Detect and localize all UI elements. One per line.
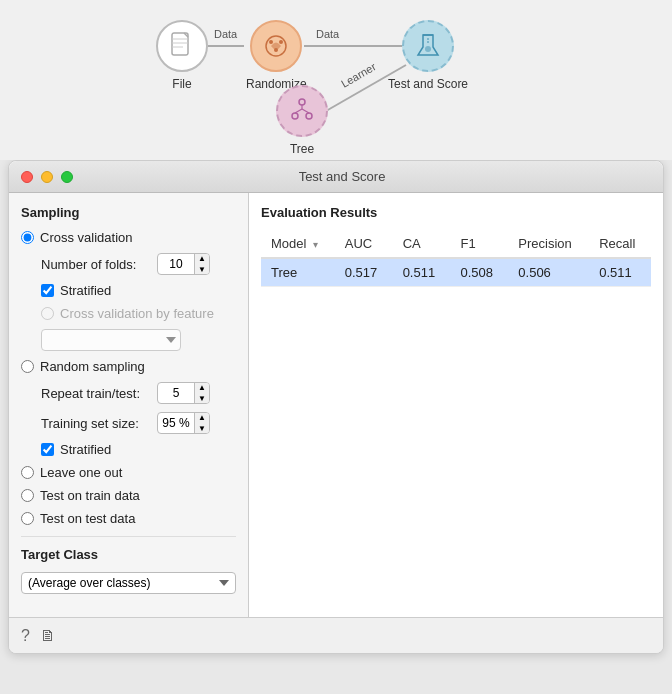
svg-text:Learner: Learner (339, 60, 378, 90)
random-sampling-option[interactable]: Random sampling (21, 359, 236, 374)
help-icon[interactable]: ? (21, 627, 30, 645)
results-table: Model ▾ AUC CA F1 Precision Recall Tree … (261, 230, 651, 287)
cv-feature-radio (41, 307, 54, 320)
target-class-title: Target Class (21, 547, 236, 562)
test-train-label: Test on train data (40, 488, 140, 503)
table-row[interactable]: Tree 0.517 0.511 0.508 0.506 0.511 (261, 258, 651, 287)
col-f1: F1 (450, 230, 508, 258)
rs-stratified-option[interactable]: Stratified (41, 442, 236, 457)
folds-input[interactable] (158, 254, 194, 274)
node-randomize[interactable]: Randomize (246, 20, 307, 91)
svg-text:Data: Data (316, 28, 340, 40)
svg-point-21 (425, 46, 431, 52)
feature-dropdown[interactable] (41, 329, 181, 351)
node-tree-label: Tree (290, 142, 314, 156)
target-class-select[interactable]: (Average over classes) Class 1 Class 2 (21, 572, 236, 594)
test-train-option[interactable]: Test on train data (21, 488, 236, 503)
training-size-down[interactable]: ▼ (195, 423, 209, 434)
col-recall: Recall (589, 230, 651, 258)
cv-feature-option: Cross validation by feature (41, 306, 236, 321)
cv-stratified-checkbox[interactable] (41, 284, 54, 297)
folds-down[interactable]: ▼ (195, 264, 209, 275)
cv-stratified-label: Stratified (60, 283, 111, 298)
training-size-label: Training set size: (41, 416, 151, 431)
cross-validation-option[interactable]: Cross validation (21, 230, 236, 245)
cell-precision: 0.506 (508, 258, 589, 287)
repeat-up[interactable]: ▲ (195, 382, 209, 393)
col-ca: CA (393, 230, 451, 258)
cv-stratified-option[interactable]: Stratified (41, 283, 236, 298)
leave-one-out-label: Leave one out (40, 465, 122, 480)
cross-validation-label: Cross validation (40, 230, 133, 245)
repeat-row: Repeat train/test: ▲ ▼ (41, 382, 236, 404)
repeat-arrows[interactable]: ▲ ▼ (194, 382, 209, 404)
col-precision: Precision (508, 230, 589, 258)
cell-ca: 0.511 (393, 258, 451, 287)
training-size-input[interactable] (158, 413, 194, 433)
feature-dropdown-row[interactable] (41, 329, 236, 351)
repeat-input[interactable] (158, 383, 194, 403)
left-panel: Sampling Cross validation Number of fold… (9, 193, 249, 617)
workflow-canvas: Data Data Learner File (126, 10, 546, 150)
cell-auc: 0.517 (335, 258, 393, 287)
svg-point-14 (299, 99, 305, 105)
svg-point-13 (274, 48, 278, 52)
training-size-row: Training set size: ▲ ▼ (41, 412, 236, 434)
minimize-button[interactable] (41, 171, 53, 183)
leave-one-out-radio[interactable] (21, 466, 34, 479)
rs-stratified-checkbox[interactable] (41, 443, 54, 456)
svg-point-18 (292, 113, 298, 119)
close-button[interactable] (21, 171, 33, 183)
window-title: Test and Score (81, 169, 603, 184)
table-header-row: Model ▾ AUC CA F1 Precision Recall (261, 230, 651, 258)
training-size-up[interactable]: ▲ (195, 412, 209, 423)
leave-one-out-option[interactable]: Leave one out (21, 465, 236, 480)
test-test-option[interactable]: Test on test data (21, 511, 236, 526)
training-size-stepper[interactable]: ▲ ▼ (157, 412, 210, 434)
node-file-label: File (172, 77, 191, 91)
repeat-label: Repeat train/test: (41, 386, 151, 401)
bottom-bar: ? 🗎 (9, 617, 663, 653)
target-class-row[interactable]: (Average over classes) Class 1 Class 2 (21, 572, 236, 594)
cell-f1: 0.508 (450, 258, 508, 287)
cv-feature-label: Cross validation by feature (60, 306, 214, 321)
folds-up[interactable]: ▲ (195, 253, 209, 264)
window-titlebar: Test and Score (9, 161, 663, 193)
divider (21, 536, 236, 537)
test-test-radio[interactable] (21, 512, 34, 525)
node-tree[interactable]: Tree (276, 85, 328, 156)
node-file-circle (156, 20, 208, 72)
svg-point-12 (279, 40, 283, 44)
cell-model: Tree (261, 258, 335, 287)
node-file[interactable]: File (156, 20, 208, 91)
col-auc: AUC (335, 230, 393, 258)
table-body: Tree 0.517 0.511 0.508 0.506 0.511 (261, 258, 651, 287)
node-tree-circle (276, 85, 328, 137)
test-test-label: Test on test data (40, 511, 135, 526)
svg-rect-6 (172, 33, 188, 55)
col-model[interactable]: Model ▾ (261, 230, 335, 258)
random-sampling-radio[interactable] (21, 360, 34, 373)
test-train-radio[interactable] (21, 489, 34, 502)
node-randomize-circle (250, 20, 302, 72)
folds-row: Number of folds: ▲ ▼ (41, 253, 236, 275)
node-test[interactable]: Test and Score (388, 20, 468, 91)
cross-validation-radio[interactable] (21, 231, 34, 244)
window-content: Sampling Cross validation Number of fold… (9, 193, 663, 617)
right-panel: Evaluation Results Model ▾ AUC CA F1 Pre… (249, 193, 663, 617)
maximize-button[interactable] (61, 171, 73, 183)
folds-arrows[interactable]: ▲ ▼ (194, 253, 209, 275)
svg-point-11 (269, 40, 273, 44)
node-test-label: Test and Score (388, 77, 468, 91)
random-sampling-label: Random sampling (40, 359, 145, 374)
svg-point-19 (306, 113, 312, 119)
report-icon[interactable]: 🗎 (40, 627, 56, 645)
training-size-arrows[interactable]: ▲ ▼ (194, 412, 209, 434)
folds-label: Number of folds: (41, 257, 151, 272)
folds-stepper[interactable]: ▲ ▼ (157, 253, 210, 275)
workflow-area: Data Data Learner File (0, 0, 672, 160)
repeat-down[interactable]: ▼ (195, 393, 209, 404)
main-window: Test and Score Sampling Cross validation… (8, 160, 664, 654)
repeat-stepper[interactable]: ▲ ▼ (157, 382, 210, 404)
node-test-circle (402, 20, 454, 72)
